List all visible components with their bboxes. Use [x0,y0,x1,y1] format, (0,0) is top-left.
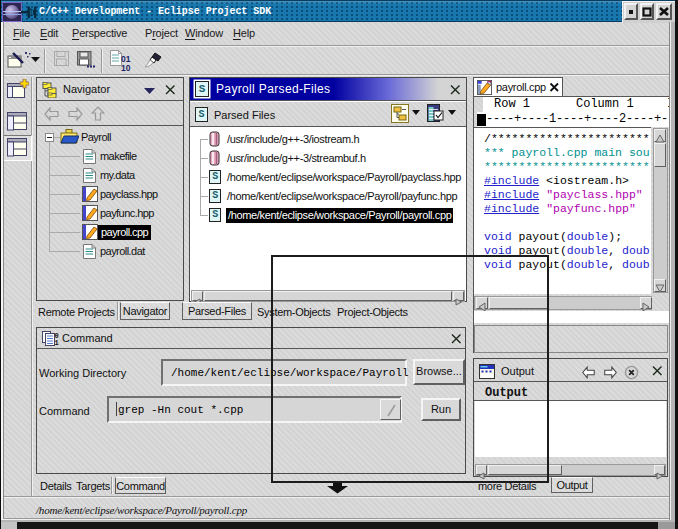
svg-text:10: 10 [55,339,60,347]
svg-text:10: 10 [121,63,131,72]
